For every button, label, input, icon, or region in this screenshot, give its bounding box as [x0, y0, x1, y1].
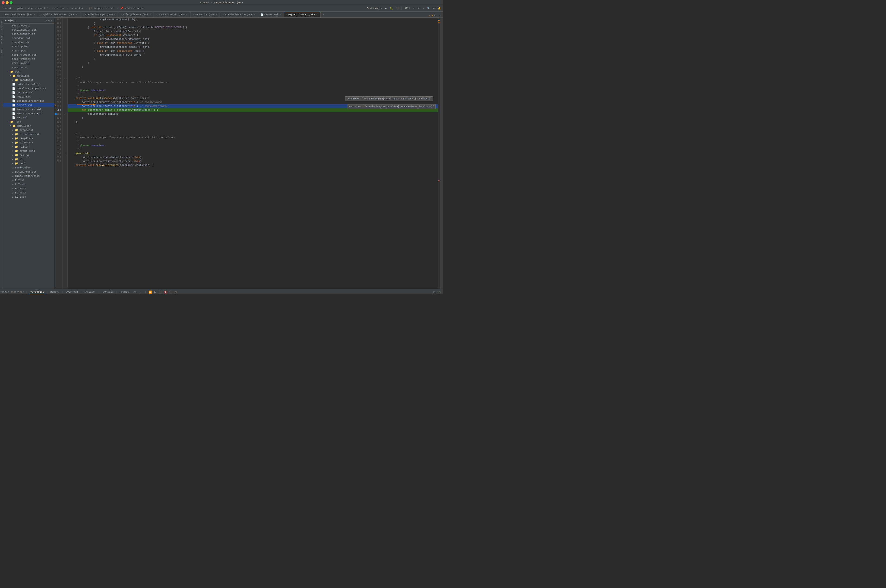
tree-item-version-bat[interactable]: version.bat — [3, 61, 54, 65]
tree-item-startup-sh[interactable]: startup.sh — [3, 49, 54, 53]
tab-close-standardcontext[interactable]: × — [33, 14, 36, 16]
tab-close-standardservice[interactable]: × — [253, 14, 256, 16]
tree-item-compilerx[interactable]: ▶📁 compilerx — [3, 136, 54, 140]
tab-serverxml[interactable]: 📄 server.xml × — [258, 12, 284, 17]
tree-item-catalina-properties[interactable]: 📄 catalina.properties — [3, 86, 54, 90]
tab-close-lifecyclebase[interactable]: × — [149, 14, 151, 16]
tree-item-shutdown-sh[interactable]: shutdown.sh — [3, 40, 54, 45]
tree-item-toolwrapper-bat[interactable]: tool-wrapper.bat — [3, 53, 54, 57]
git-check[interactable]: ✓ — [412, 6, 416, 10]
tree-item-pool[interactable]: ▶📁 pool — [3, 161, 54, 165]
sidebar-close-icon[interactable]: × — [51, 19, 52, 22]
tree-item-classloadtest[interactable]: ▶📁 classloadtest — [3, 132, 54, 136]
tab-connector[interactable]: ☕ Connector.java × — [190, 12, 220, 17]
tree-item-logging-properties[interactable]: 📄 logging.properties — [3, 99, 54, 103]
tree-item-eltest3[interactable]: ☕ ELTest3 — [3, 190, 54, 195]
tree-item-classreaderutils[interactable]: ☕ ClassReaderUtils — [3, 174, 54, 178]
tree-item-startup-bat[interactable]: startup.bat — [3, 45, 54, 49]
breadcrumb-tomcat[interactable]: tomcat — [1, 6, 12, 10]
tree-item-setclasspath-sh[interactable]: setclasspath.sh — [3, 32, 54, 36]
tree-item-broadcast[interactable]: ▶📁 broadcast — [3, 128, 54, 132]
favorites-panel-button[interactable]: Favorites — [0, 46, 3, 60]
step-into-button[interactable]: ↓ — [138, 290, 142, 294]
sidebar-settings-icon[interactable]: ⚙ — [46, 19, 47, 22]
tab-mapperlistener[interactable]: ☕ MapperListener.java × — [284, 12, 321, 17]
tab-settings-button[interactable]: ⚙ — [439, 14, 442, 17]
tree-item-group-send[interactable]: ▶📁 group.send — [3, 149, 54, 153]
tab-close-applicationcontext[interactable]: × — [75, 14, 78, 16]
tree-item-context-xml[interactable]: 📄 context.xml — [3, 90, 54, 94]
tree-item-localhost[interactable]: ▶📁 localhost — [3, 78, 54, 82]
settings-button[interactable]: ⚙ — [432, 6, 436, 10]
window-controls[interactable] — [2, 1, 12, 4]
tree-item-eltest[interactable]: ☕ ELTest — [3, 178, 54, 182]
step-over-button[interactable]: ↷ — [133, 290, 137, 294]
tree-item-basicvalue[interactable]: ☕ BasicValue — [3, 165, 54, 170]
breadcrumb-apache[interactable]: apache — [37, 6, 48, 10]
tree-item-toolwrapper-sh[interactable]: tool-wrapper.sh — [3, 57, 54, 61]
tab-lifecyclebase[interactable]: ☕ LifecycleBase.java × — [118, 12, 154, 17]
run-to-cursor-button[interactable]: ⏩ — [148, 290, 153, 294]
search-everywhere-button[interactable]: 🔍 — [426, 6, 431, 10]
tree-item-nio[interactable]: ▶📁 nio — [3, 157, 54, 161]
notifications-button[interactable]: 🔔 — [437, 6, 442, 10]
close-button[interactable] — [2, 1, 4, 4]
breadcrumb-mapperlistener[interactable]: 🎧 MapperListener — [88, 6, 116, 10]
view-breakpoints-button[interactable]: ⚫ — [169, 290, 173, 294]
resume-button[interactable]: ▶ — [153, 290, 157, 294]
tree-item-digesterx[interactable]: ▶📁 digesterx — [3, 140, 54, 145]
tab-overflow-button[interactable]: » — [321, 13, 326, 16]
tree-item-server-xml[interactable]: 📄 server.xml — [3, 103, 54, 107]
debug-tab-memory[interactable]: Memory — [48, 290, 61, 294]
breadcrumb-org[interactable]: org — [27, 6, 34, 10]
tab-close-mapperlistener[interactable]: × — [316, 14, 318, 16]
sidebar-collapse-icon[interactable]: ≡ — [48, 19, 50, 22]
tree-item-tomcat-users-xml[interactable]: 📄 tomcat-users.xml — [3, 107, 54, 111]
git-arrow[interactable]: ↙ — [422, 6, 425, 10]
more-debug-button[interactable]: ⚙ — [174, 290, 178, 294]
debug-tab-console[interactable]: Console — [101, 290, 115, 294]
code-editor[interactable]: registerHost((Host) obj); } } else if (e… — [67, 18, 438, 289]
tree-item-eltest4[interactable]: ☕ ELTest4 — [3, 195, 54, 199]
tree-item-version-sh[interactable]: version.sh — [3, 65, 54, 69]
filter-button[interactable]: ⊟ — [432, 290, 436, 294]
debug-tab-overhead[interactable]: Overhead — [64, 290, 80, 294]
run-button[interactable]: ▶ — [384, 6, 388, 10]
tab-close-serverxml[interactable]: × — [279, 14, 281, 16]
settings-button[interactable]: ⚙ — [438, 290, 442, 294]
hierarchy-panel-button[interactable]: Hierarchy — [0, 32, 3, 46]
structure-panel-button[interactable]: Structure — [0, 18, 3, 32]
tree-item-service-bat[interactable]: service.bat — [3, 24, 54, 28]
tree-item-bytebuffertest[interactable]: ☕ ByteBufferTest — [3, 170, 54, 174]
tree-item-eltest1[interactable]: ☕ ELTest1 — [3, 182, 54, 186]
breadcrumb-catalina[interactable]: catalina — [51, 6, 66, 10]
tree-item-catalina[interactable]: ▼📁 Catalina — [3, 74, 54, 78]
tree-item-shutdown-bat[interactable]: shutdown.bat — [3, 36, 54, 40]
mute-breakpoints-button[interactable]: 🔇 — [163, 290, 168, 294]
maximize-button[interactable] — [10, 1, 12, 4]
tree-item-tomcat-users-xsd[interactable]: 📄 tomcat-users.xsd — [3, 111, 54, 116]
tree-item-com-luban[interactable]: ▼📁 com.luban — [3, 124, 54, 128]
tree-item-naming[interactable]: ▶📁 naming — [3, 153, 54, 157]
tree-item-filter[interactable]: ▶📁 filter — [3, 145, 54, 149]
tree-item-eltest2[interactable]: ☕ ELTest2 — [3, 186, 54, 190]
tree-item-conf[interactable]: ▼📁 conf — [3, 69, 54, 74]
debug-tab-variables[interactable]: Variables — [28, 290, 46, 294]
run-config-selector[interactable]: Bootstrap ▾ — [366, 6, 383, 10]
tab-close-standardmanager[interactable]: × — [114, 14, 116, 16]
git-cross[interactable]: ✗ — [417, 6, 420, 10]
breadcrumb-java[interactable]: java — [16, 6, 24, 10]
stop-debug-button[interactable]: ⬛ — [159, 290, 163, 294]
breadcrumb-addlisteners[interactable]: 📌 addListeners — [119, 6, 144, 10]
tree-item-web-xml[interactable]: 📄 web.xml — [3, 116, 54, 120]
debug-tab-frames[interactable]: Frames — [118, 290, 131, 294]
tab-applicationcontext[interactable]: ☕ ApplicationContext.java × — [38, 12, 80, 17]
tree-item-catalina-policy[interactable]: 📄 catalina.policy — [3, 82, 54, 86]
step-out-button[interactable]: ↑ — [143, 290, 147, 294]
tree-item-hello-txt[interactable]: 📄 hello.txt — [3, 94, 54, 99]
debug-tab-threads[interactable]: Threads — [82, 290, 97, 294]
breadcrumb-connector[interactable]: connector — [69, 6, 84, 10]
tree-item-java[interactable]: ▼📁 java — [3, 120, 54, 124]
tab-close-standardserver[interactable]: × — [186, 14, 188, 16]
tab-close-connector[interactable]: × — [216, 14, 218, 16]
